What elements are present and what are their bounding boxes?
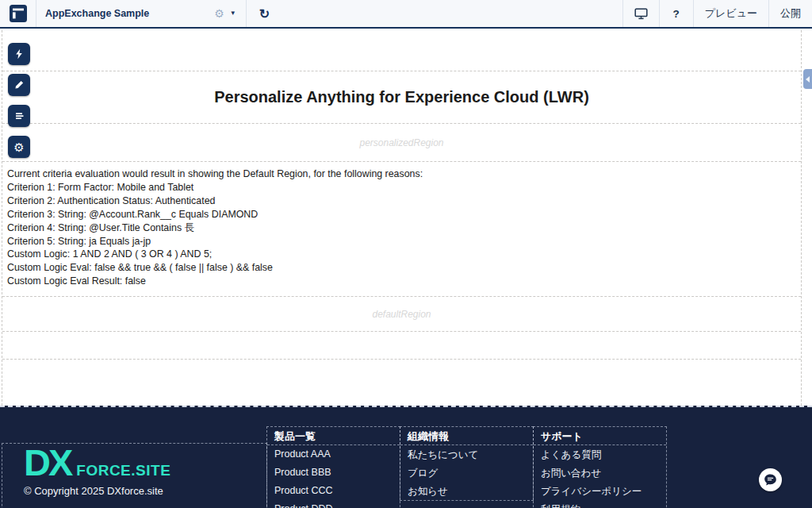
desktop-icon [634, 8, 648, 20]
site-logo: DX FORCE.SITE [24, 448, 266, 479]
footer-menu-link[interactable]: 利用規約 [534, 500, 666, 508]
personalized-region[interactable]: personalizedRegion [2, 123, 801, 161]
page-canvas: Personalize Anything for Experience Clou… [0, 30, 812, 406]
footer-menu-link[interactable]: Product DDD [267, 500, 400, 508]
footer-menu-column: 組織情報私たちについてブログお知らせ [400, 426, 534, 501]
logo-suffix-text: FORCE.SITE [76, 463, 170, 479]
criteria-line: Criterion 2: Authentication Status: Auth… [7, 194, 801, 208]
lightning-icon [13, 48, 25, 60]
default-region-placeholder: defaultRegion [372, 309, 431, 320]
page-name-label: AppExchange Sample [45, 8, 149, 19]
page-region-outline: Personalize Anything for Experience Clou… [2, 30, 802, 406]
site-footer: DX FORCE.SITE © Copyright 2025 DXforce.s… [0, 406, 812, 508]
criteria-text: Current criteria evaluation would result… [7, 167, 801, 288]
footer-menu-link[interactable]: 私たちについて [400, 445, 533, 464]
footer-menu-link[interactable]: Product CCC [267, 482, 400, 500]
brush-icon [13, 79, 25, 90]
text-lines-icon [13, 110, 25, 121]
help-button[interactable]: ? [660, 8, 693, 20]
page-title: Personalize Anything for Experience Clou… [214, 88, 589, 106]
footer-menu-link[interactable]: よくある質問 [534, 445, 666, 464]
page-title-component[interactable]: Personalize Anything for Experience Clou… [2, 71, 801, 123]
chevron-left-icon [806, 76, 810, 83]
criteria-line: Criterion 1: Form Factor: Mobile and Tab… [7, 181, 801, 194]
footer-menu-link[interactable]: お知らせ [400, 482, 533, 500]
copyright-text: © Copyright 2025 DXforce.site [24, 485, 266, 497]
device-preview-button[interactable] [623, 8, 659, 20]
experience-builder-window: AppExchange Sample ⚙ ▼ ↻ ? プレビュー 公開 [0, 0, 812, 508]
footer-menu-link[interactable]: Product AAA [267, 445, 400, 464]
builder-toolbar: AppExchange Sample ⚙ ▼ ↻ ? プレビュー 公開 [0, 0, 812, 29]
page-structure-button[interactable] [8, 105, 30, 127]
refresh-icon: ↻ [259, 7, 270, 21]
theme-button[interactable] [8, 74, 30, 96]
refresh-button[interactable]: ↻ [247, 6, 282, 21]
logo-dx-text: DX [24, 448, 71, 479]
footer-menu-column: 製品一覧Product AAAProduct BBBProduct CCCPro… [266, 426, 400, 508]
criteria-line: Custom Logic Eval Result: false [7, 275, 801, 288]
gear-icon: ⚙ [214, 8, 224, 19]
builder-home-button[interactable] [0, 0, 36, 27]
footer-logo-region[interactable]: DX FORCE.SITE © Copyright 2025 DXforce.s… [2, 443, 267, 508]
footer-menu-column: サポートよくある質問お問い合わせプライバシーポリシー利用規約 [533, 426, 667, 508]
expand-panel-tab[interactable] [803, 69, 812, 89]
criteria-line: Custom Logic Eval: false && true && ( fa… [7, 261, 801, 275]
publish-button[interactable]: 公開 [769, 6, 812, 21]
empty-region[interactable] [2, 331, 801, 360]
footer-menu-link[interactable]: Product BBB [267, 464, 400, 482]
footer-menu-header: サポート [534, 427, 666, 445]
header-region[interactable] [2, 30, 801, 71]
footer-menu-header: 組織情報 [400, 427, 533, 445]
chat-bubble-icon [763, 472, 778, 487]
personalized-region-placeholder: personalizedRegion [359, 137, 443, 148]
page-settings-menu-button[interactable]: ⚙ ▼ [205, 8, 245, 19]
preview-button[interactable]: プレビュー [694, 6, 768, 21]
footer-menu-header: 製品一覧 [267, 427, 400, 445]
components-button[interactable] [8, 43, 30, 65]
builder-layout-icon [10, 5, 27, 22]
footer-menu-link[interactable]: ブログ [400, 464, 533, 482]
footer-menu-link[interactable]: プライバシーポリシー [534, 482, 666, 500]
criteria-line: Criterion 4: String: @User.Title Contain… [7, 221, 801, 235]
settings-gear-icon: ⚙ [13, 141, 24, 153]
chevron-down-icon: ▼ [230, 10, 236, 17]
criteria-line: Current criteria evaluation would result… [7, 167, 801, 181]
settings-button[interactable]: ⚙ [8, 136, 30, 158]
footer-menu-link[interactable]: お問い合わせ [534, 464, 666, 482]
criteria-line: Criterion 5: String: ja Equals ja-jp [7, 235, 801, 248]
chat-launcher-button[interactable] [759, 468, 782, 491]
default-region[interactable]: defaultRegion [2, 296, 801, 331]
criteria-line: Criterion 3: String: @Account.Rank__c Eq… [7, 208, 801, 221]
criteria-line: Custom Logic: 1 AND 2 AND ( 3 OR 4 ) AND… [7, 248, 801, 261]
footer-menu-columns: 製品一覧Product AAAProduct BBBProduct CCCPro… [266, 426, 666, 508]
criteria-html-component[interactable]: Current criteria evaluation would result… [2, 161, 801, 296]
